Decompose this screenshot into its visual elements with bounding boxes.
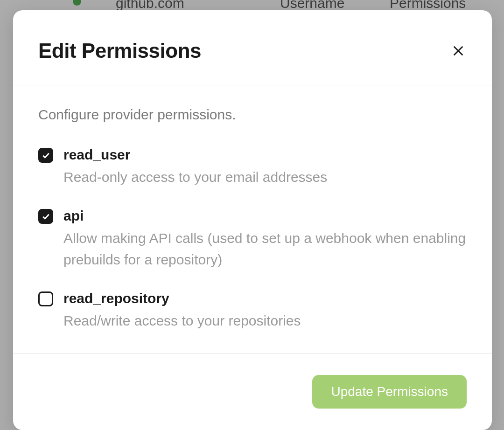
permission-name: read_repository xyxy=(63,291,467,306)
permission-item-read-repository: read_repository Read/write access to you… xyxy=(38,291,467,332)
checkbox-read-user[interactable] xyxy=(38,148,53,163)
check-icon xyxy=(41,212,50,221)
check-icon xyxy=(41,151,50,160)
permission-description: Read/write access to your repositories xyxy=(63,310,467,332)
permission-name: read_user xyxy=(63,147,467,163)
checkbox-read-repository[interactable] xyxy=(38,291,53,306)
permission-content: api Allow making API calls (used to set … xyxy=(63,208,467,271)
permission-description: Read-only access to your email addresses xyxy=(63,166,467,188)
close-icon xyxy=(451,43,466,58)
checkbox-api[interactable] xyxy=(38,209,53,224)
modal-body: Configure provider permissions. read_use… xyxy=(13,85,492,353)
modal-header: Edit Permissions xyxy=(13,10,492,85)
update-permissions-button[interactable]: Update Permissions xyxy=(312,375,467,409)
permission-content: read_user Read-only access to your email… xyxy=(63,147,467,188)
permission-name: api xyxy=(63,208,467,224)
modal-footer: Update Permissions xyxy=(13,353,492,430)
permission-item-read-user: read_user Read-only access to your email… xyxy=(38,147,467,188)
modal-description: Configure provider permissions. xyxy=(38,107,467,123)
permission-item-api: api Allow making API calls (used to set … xyxy=(38,208,467,271)
permission-content: read_repository Read/write access to you… xyxy=(63,291,467,332)
close-button[interactable] xyxy=(450,42,467,59)
permission-description: Allow making API calls (used to set up a… xyxy=(63,228,467,271)
edit-permissions-modal: Edit Permissions Configure provider perm… xyxy=(13,10,492,430)
modal-title: Edit Permissions xyxy=(38,39,201,62)
